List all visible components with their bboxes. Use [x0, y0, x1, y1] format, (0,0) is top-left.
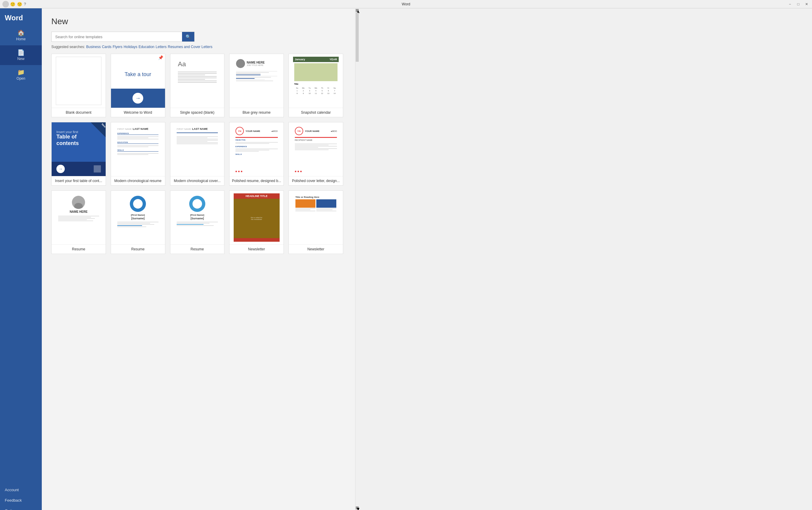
- template-blue-grey-resume[interactable]: NAME HERE JOB TITLE HERE: [229, 54, 284, 117]
- bc2-l1: [177, 222, 218, 222]
- cal-d4: 4: [313, 89, 319, 92]
- mod-cover-name-row: FIRST NAME LAST NAME: [177, 128, 218, 131]
- resume-name-block: NAME HERE JOB TITLE HERE: [247, 61, 277, 66]
- polished-cover-page: YN YOUR NAME ●MOO RECIPIENT NAME: [293, 125, 339, 173]
- sidebar-item-home[interactable]: 🏠 Home: [0, 26, 42, 45]
- mod-cover-page: FIRST NAME LAST NAME: [174, 125, 220, 173]
- big-circle2: [189, 196, 205, 212]
- person-avatar1: [72, 196, 85, 209]
- template-polished-cover-label: Polished cover letter, design...: [289, 176, 343, 185]
- scroll-down-arrow[interactable]: ▼: [356, 506, 359, 509]
- cv-l3: [177, 139, 218, 139]
- orange-block2: [316, 199, 336, 208]
- cal-d13: 13: [325, 92, 331, 94]
- pin-icon[interactable]: 📌: [158, 55, 163, 60]
- template-blank[interactable]: Blank document: [51, 54, 106, 117]
- suggested-cards[interactable]: Cards: [102, 45, 111, 49]
- suggested-resumes[interactable]: Resumes and Cover Letters: [168, 45, 212, 49]
- smiley-icon[interactable]: 🙂: [10, 2, 15, 6]
- polished-cover-name: YOUR NAME: [305, 130, 329, 133]
- template-orange-news[interactable]: Title or Reading Here: [289, 190, 343, 254]
- titlebar-title: Word: [402, 2, 410, 6]
- pol-skills: SKILLS: [235, 153, 278, 155]
- template-person-resume1[interactable]: NAME HERE Resume: [51, 190, 106, 254]
- search-button[interactable]: 🔍: [182, 32, 194, 41]
- template-bgresume-label: Blue grey resume: [230, 108, 284, 117]
- r-line-7: [236, 81, 273, 81]
- resume-avatar: [236, 59, 245, 68]
- toc-contents-text: contents: [56, 140, 101, 146]
- bc2-l4: [177, 225, 214, 226]
- template-blue-circle2-thumb: [First Name] [Surname]: [170, 191, 224, 245]
- p-line-2: [235, 143, 269, 144]
- search-input[interactable]: [52, 32, 182, 41]
- p-line-5: [235, 151, 259, 151]
- cv-l6: [177, 142, 218, 143]
- pc-line-6: [295, 149, 328, 150]
- template-blue-circle2[interactable]: [First Name] [Surname] Resume: [170, 190, 225, 254]
- close-button[interactable]: ✕: [804, 1, 810, 7]
- cal-month: January: [295, 58, 305, 61]
- suggested-business[interactable]: Business: [86, 45, 101, 49]
- dot-c1: [295, 171, 296, 172]
- polished-top: YN YOUR NAME ●MOO: [234, 125, 280, 137]
- template-food-news[interactable]: HEADLINE TITLE Not a salad forthe newsle…: [229, 190, 284, 254]
- template-polished-resume[interactable]: YN YOUR NAME ●MOO OBJECTIVE EXPERIENCE: [229, 122, 284, 186]
- prl-4: [58, 219, 87, 220]
- cal-d2: 2: [300, 89, 307, 92]
- bc2-lines: [177, 222, 218, 226]
- line-4: [178, 76, 216, 77]
- options-item[interactable]: Options: [0, 506, 42, 510]
- template-polished-cover[interactable]: YN YOUR NAME ●MOO RECIPIENT NAME: [289, 122, 343, 186]
- new-doc-icon: 📄: [17, 50, 25, 56]
- scrollbar[interactable]: ▲ ▼: [355, 8, 359, 510]
- mod-l2: [117, 138, 148, 138]
- big-circle1: [130, 196, 146, 212]
- food-image: Not a salad forthe newsletter: [234, 199, 280, 238]
- search-bar: 🔍: [51, 32, 195, 42]
- template-bgresume-thumb: NAME HERE JOB TITLE HERE: [230, 54, 284, 108]
- suggested-flyers[interactable]: Flyers: [113, 45, 122, 49]
- line-8: [178, 82, 216, 83]
- main-content: New 🔍 Suggested searches: Business Cards…: [42, 8, 355, 510]
- line-1: [178, 72, 216, 72]
- help-icon[interactable]: ?: [24, 2, 26, 6]
- scroll-up-arrow[interactable]: ▲: [356, 9, 359, 12]
- cal-image: [294, 63, 338, 81]
- template-tour[interactable]: Take a tour → Welcome to Word 📌: [111, 54, 165, 117]
- p-line-1: [235, 142, 278, 143]
- resume-lines: [236, 71, 277, 81]
- page-title: New: [51, 17, 346, 26]
- sidebar-item-open[interactable]: 📁 Open: [0, 65, 42, 85]
- suggested-education[interactable]: Education: [139, 45, 154, 49]
- account-item[interactable]: Account: [0, 485, 42, 495]
- cal-tu: Tu: [307, 87, 313, 89]
- bc1-l4: [117, 225, 142, 226]
- cal-year: YEAR: [329, 58, 337, 61]
- template-blue-circle1[interactable]: [First Name] [Surname] Resume: [111, 190, 165, 254]
- tour-banner: →: [111, 89, 165, 108]
- template-mod-resume[interactable]: FIRST NAME LAST NAME EXPERIENCE EDUCATIO…: [111, 122, 165, 186]
- suggested-letters[interactable]: Letters: [156, 45, 167, 49]
- feedback-item[interactable]: Feedback: [0, 495, 42, 506]
- cal-sa: Sa: [331, 87, 338, 89]
- person-lines1: [58, 216, 99, 221]
- minimize-button[interactable]: −: [787, 1, 793, 7]
- mod-l7: [117, 154, 148, 155]
- cal-title-row: Title: [293, 82, 339, 86]
- user-avatar: [2, 1, 9, 7]
- template-single[interactable]: Aa Single spaced (blank): [170, 54, 225, 117]
- template-toc-thumb: New Insert your first Table of contents …: [52, 122, 106, 176]
- sidebar-item-new[interactable]: 📄 New: [0, 45, 42, 65]
- template-toc[interactable]: New Insert your first Table of contents …: [51, 122, 106, 186]
- scroll-thumb[interactable]: [356, 12, 359, 62]
- template-calendar[interactable]: January YEAR Title Su Mo Tu We Th Fr: [289, 54, 343, 117]
- pol-objective: OBJECTIVE: [235, 139, 278, 141]
- tour-text: Take a tour: [125, 71, 151, 78]
- template-mod-cover[interactable]: FIRST NAME LAST NAME: [170, 122, 225, 186]
- suggested-holidays[interactable]: Holidays: [123, 45, 137, 49]
- polished-cover-recipient: RECIPIENT NAME: [293, 138, 339, 142]
- sad-icon[interactable]: 🙁: [17, 2, 22, 6]
- template-tour-label: Welcome to Word: [113, 110, 163, 115]
- maximize-button[interactable]: □: [795, 1, 801, 7]
